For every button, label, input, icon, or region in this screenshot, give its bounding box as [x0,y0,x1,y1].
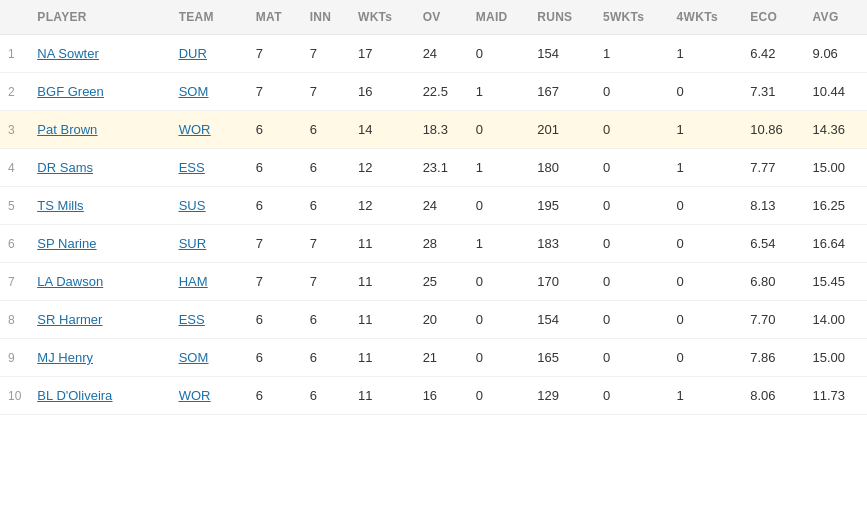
mat-cell: 6 [248,187,302,225]
eco-cell: 6.54 [742,225,804,263]
avg-cell: 15.45 [805,263,867,301]
player-cell[interactable]: SP Narine [29,225,170,263]
wkts-cell: 11 [350,377,415,415]
table-row: 5TS MillsSUS6612240195008.1316.25 [0,187,867,225]
mat-cell: 6 [248,149,302,187]
team-cell[interactable]: ESS [171,301,248,339]
inn-cell: 7 [302,225,350,263]
table-row: 9MJ HenrySOM6611210165007.8615.00 [0,339,867,377]
maid-cell: 0 [468,111,530,149]
player-cell-link[interactable]: SP Narine [37,236,96,251]
player-cell-link[interactable]: BGF Green [37,84,103,99]
wkts-cell: 12 [350,187,415,225]
team-cell-link[interactable]: SOM [179,350,209,365]
team-cell-link[interactable]: SUS [179,198,206,213]
inn-cell: 7 [302,73,350,111]
wkts-cell: 11 [350,301,415,339]
player-cell-link[interactable]: NA Sowter [37,46,98,61]
rank-cell: 5 [0,187,29,225]
wkts-cell: 12 [350,149,415,187]
w4-cell: 1 [669,149,743,187]
eco-cell: 6.42 [742,35,804,73]
runs-cell: 129 [529,377,595,415]
ov-cell: 24 [415,187,468,225]
player-cell-link[interactable]: Pat Brown [37,122,97,137]
ov-cell: 24 [415,35,468,73]
team-cell[interactable]: SUR [171,225,248,263]
team-cell[interactable]: WOR [171,377,248,415]
ov-cell: 25 [415,263,468,301]
mat-cell: 7 [248,263,302,301]
wkts-cell: 17 [350,35,415,73]
player-cell[interactable]: LA Dawson [29,263,170,301]
inn-cell: 6 [302,187,350,225]
inn-cell: 6 [302,377,350,415]
col-header-team: TEAM [171,0,248,35]
player-cell[interactable]: NA Sowter [29,35,170,73]
team-cell-link[interactable]: HAM [179,274,208,289]
w5-cell: 0 [595,377,669,415]
maid-cell: 1 [468,225,530,263]
team-cell[interactable]: WOR [171,111,248,149]
w5-cell: 0 [595,149,669,187]
player-cell-link[interactable]: DR Sams [37,160,93,175]
team-cell[interactable]: ESS [171,149,248,187]
avg-cell: 10.44 [805,73,867,111]
player-cell[interactable]: BGF Green [29,73,170,111]
team-cell-link[interactable]: WOR [179,122,211,137]
team-cell-link[interactable]: ESS [179,160,205,175]
player-cell-link[interactable]: MJ Henry [37,350,93,365]
maid-cell: 0 [468,35,530,73]
player-cell[interactable]: DR Sams [29,149,170,187]
eco-cell: 8.13 [742,187,804,225]
team-cell[interactable]: SOM [171,73,248,111]
rank-cell: 8 [0,301,29,339]
team-cell-link[interactable]: DUR [179,46,207,61]
eco-cell: 7.86 [742,339,804,377]
player-cell[interactable]: SR Harmer [29,301,170,339]
team-cell[interactable]: SUS [171,187,248,225]
player-cell[interactable]: BL D'Oliveira [29,377,170,415]
rank-cell: 7 [0,263,29,301]
player-cell[interactable]: TS Mills [29,187,170,225]
team-cell[interactable]: HAM [171,263,248,301]
player-cell-link[interactable]: TS Mills [37,198,83,213]
avg-cell: 9.06 [805,35,867,73]
ov-cell: 22.5 [415,73,468,111]
inn-cell: 7 [302,35,350,73]
team-cell-link[interactable]: SUR [179,236,206,251]
eco-cell: 7.70 [742,301,804,339]
rank-cell: 10 [0,377,29,415]
ov-cell: 23.1 [415,149,468,187]
team-cell[interactable]: DUR [171,35,248,73]
col-header-mat: MAT [248,0,302,35]
table-header-row: PLAYER TEAM MAT INN WKTs OV MAID RUNS 5W… [0,0,867,35]
runs-cell: 183 [529,225,595,263]
team-cell-link[interactable]: WOR [179,388,211,403]
player-cell[interactable]: MJ Henry [29,339,170,377]
rank-cell: 2 [0,73,29,111]
player-cell-link[interactable]: LA Dawson [37,274,103,289]
col-header-maid: MAID [468,0,530,35]
maid-cell: 1 [468,73,530,111]
inn-cell: 7 [302,263,350,301]
table-row: 7LA DawsonHAM7711250170006.8015.45 [0,263,867,301]
player-cell[interactable]: Pat Brown [29,111,170,149]
inn-cell: 6 [302,149,350,187]
table-row: 6SP NarineSUR7711281183006.5416.64 [0,225,867,263]
team-cell-link[interactable]: SOM [179,84,209,99]
player-cell-link[interactable]: SR Harmer [37,312,102,327]
table-row: 1NA SowterDUR7717240154116.429.06 [0,35,867,73]
ov-cell: 21 [415,339,468,377]
wkts-cell: 11 [350,339,415,377]
maid-cell: 0 [468,377,530,415]
avg-cell: 14.00 [805,301,867,339]
team-cell-link[interactable]: ESS [179,312,205,327]
eco-cell: 10.86 [742,111,804,149]
table-row: 3Pat BrownWOR661418.302010110.8614.36 [0,111,867,149]
mat-cell: 6 [248,339,302,377]
team-cell[interactable]: SOM [171,339,248,377]
runs-cell: 170 [529,263,595,301]
stats-table: PLAYER TEAM MAT INN WKTs OV MAID RUNS 5W… [0,0,867,415]
player-cell-link[interactable]: BL D'Oliveira [37,388,112,403]
